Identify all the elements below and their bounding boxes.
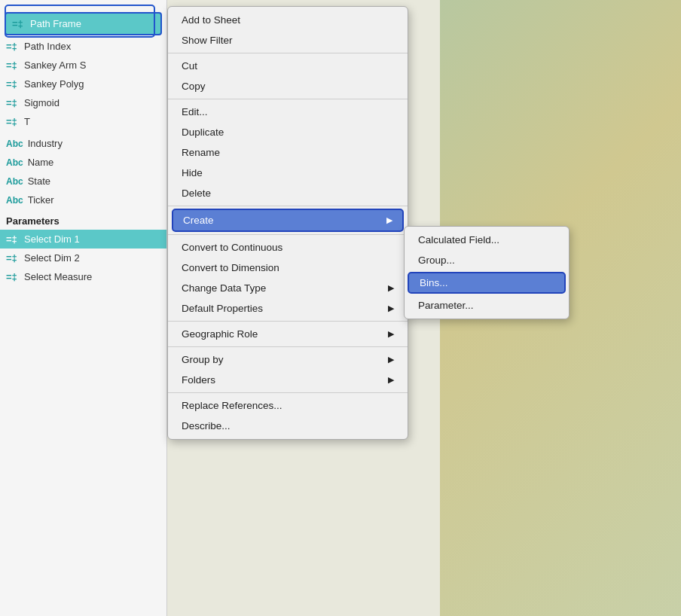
menu-divider [168, 234, 408, 235]
menu-item-hide[interactable]: Hide [168, 163, 408, 183]
abc-icon: Abc [6, 139, 23, 149]
hash-icon: =‡ [6, 41, 20, 52]
menu-divider [168, 206, 408, 206]
menu-item-geographic-role[interactable]: Geographic Role ▶ [168, 324, 408, 344]
menu-item-edit[interactable]: Edit... [168, 102, 408, 122]
hash-icon: =‡ [6, 59, 20, 71]
sidebar-item-label: Industry [28, 138, 63, 149]
sidebar-item-select-measure[interactable]: =‡ Select Measure [0, 267, 166, 286]
arrow-right-icon: ▶ [386, 215, 392, 225]
menu-item-add-to-sheet[interactable]: Add to Sheet [168, 10, 408, 30]
sidebar-item-sigmoid[interactable]: =‡ Sigmoid [0, 93, 166, 112]
sidebar-item-path-frame[interactable]: =‡ Path Frame [5, 12, 162, 35]
hash-icon: =‡ [12, 18, 26, 29]
menu-item-convert-continuous[interactable]: Convert to Continuous [168, 237, 408, 258]
sidebar-item-sankey-arm[interactable]: =‡ Sankey Arm S [0, 56, 166, 75]
sidebar-item-path-index[interactable]: =‡ Path Index [0, 37, 166, 56]
menu-divider [168, 392, 408, 393]
menu-divider [168, 346, 408, 347]
submenu-item-calculated-field[interactable]: Calculated Field... [405, 230, 569, 250]
menu-item-delete[interactable]: Delete [168, 183, 408, 203]
sidebar-item-label: Path Index [24, 41, 71, 52]
arrow-right-icon: ▶ [388, 283, 394, 293]
hash-icon: =‡ [6, 116, 20, 127]
sidebar-item-label: Select Dim 1 [24, 233, 80, 245]
arrow-right-icon: ▶ [388, 355, 394, 364]
sidebar-item-name[interactable]: Abc Name [0, 153, 166, 172]
menu-item-replace-references[interactable]: Replace References... [168, 395, 408, 416]
submenu-item-bins[interactable]: Bins... [408, 272, 566, 294]
sidebar-item-t[interactable]: =‡ T [0, 112, 166, 131]
sidebar-item-select-dim2[interactable]: =‡ Select Dim 2 [0, 249, 166, 267]
submenu-create: Calculated Field... Group... Bins... Par… [404, 226, 570, 319]
hash-icon: =‡ [6, 252, 20, 264]
hash-icon: =‡ [6, 78, 20, 90]
sidebar-item-label: Sigmoid [24, 97, 60, 108]
parameters-header: Parameters [0, 209, 166, 230]
sidebar-item-label: Sankey Polyg [24, 78, 84, 90]
menu-item-default-properties[interactable]: Default Properties ▶ [168, 298, 408, 319]
sidebar-item-ticker[interactable]: Abc Ticker [0, 191, 166, 209]
hash-icon: =‡ [6, 97, 20, 108]
menu-item-cut[interactable]: Cut [168, 56, 408, 76]
abc-icon: Abc [6, 157, 23, 168]
arrow-right-icon: ▶ [388, 329, 394, 339]
arrow-right-icon: ▶ [388, 375, 394, 385]
submenu-item-parameter[interactable]: Parameter... [405, 295, 569, 316]
menu-divider [168, 99, 408, 99]
sidebar-item-label: T [24, 116, 30, 127]
sidebar-item-industry[interactable]: Abc Industry [0, 134, 166, 153]
hash-icon: =‡ [6, 233, 20, 245]
menu-item-create[interactable]: Create ▶ [172, 209, 404, 232]
menu-item-describe[interactable]: Describe... [168, 416, 408, 436]
context-menu: Add to Sheet Show Filter Cut Copy Edit..… [167, 6, 408, 440]
menu-item-copy[interactable]: Copy [168, 76, 408, 96]
sidebar-item-sankey-polyg[interactable]: =‡ Sankey Polyg [0, 75, 166, 93]
menu-item-show-filter[interactable]: Show Filter [168, 30, 408, 50]
hash-icon: =‡ [6, 271, 20, 282]
menu-item-rename[interactable]: Rename [168, 142, 408, 163]
sidebar-item-label: Sankey Arm S [24, 59, 86, 71]
sidebar-item-label: Path Frame [30, 18, 81, 29]
sidebar-item-label: Select Measure [24, 271, 92, 282]
menu-divider [168, 321, 408, 322]
sidebar-item-select-dim1[interactable]: =‡ Select Dim 1 [0, 230, 166, 249]
sidebar-item-state[interactable]: Abc State [0, 172, 166, 191]
menu-item-folders[interactable]: Folders ▶ [168, 370, 408, 390]
sidebar-item-label: Select Dim 2 [24, 252, 80, 264]
sidebar-item-label: Name [28, 157, 54, 168]
sidebar: =‡ Path Frame =‡ Path Index =‡ Sankey Ar… [0, 0, 167, 616]
menu-divider [168, 53, 408, 53]
sidebar-item-label: Ticker [28, 194, 54, 206]
abc-icon: Abc [6, 176, 23, 187]
menu-item-group-by[interactable]: Group by ▶ [168, 349, 408, 370]
submenu-item-group[interactable]: Group... [405, 250, 569, 270]
arrow-right-icon: ▶ [388, 303, 394, 313]
menu-item-change-data-type[interactable]: Change Data Type ▶ [168, 278, 408, 298]
menu-item-duplicate[interactable]: Duplicate [168, 122, 408, 142]
menu-item-convert-dimension[interactable]: Convert to Dimension [168, 258, 408, 278]
abc-icon: Abc [6, 195, 23, 206]
sidebar-item-label: State [28, 175, 50, 187]
